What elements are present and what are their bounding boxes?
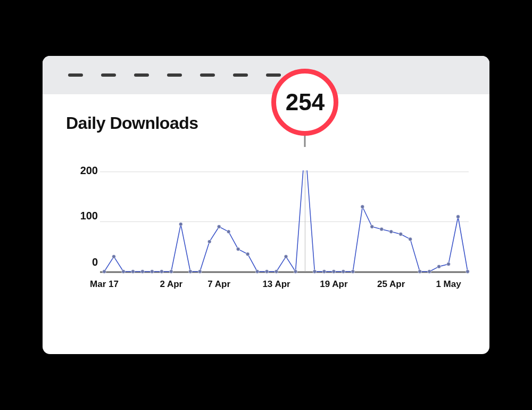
window-titlebar: [43, 56, 489, 94]
svg-point-41: [456, 215, 460, 219]
svg-point-7: [131, 270, 135, 274]
svg-point-42: [466, 270, 470, 274]
svg-point-4: [103, 270, 106, 274]
svg-point-31: [361, 205, 364, 209]
chart-title: Daily Downloads: [66, 113, 466, 133]
svg-point-13: [188, 270, 192, 274]
chart-container: 200 100 0 Mar 17 2 Apr 7 Apr 13 Apr 19 A…: [66, 170, 466, 275]
svg-point-5: [112, 255, 116, 259]
svg-point-14: [198, 270, 202, 274]
x-tick-label: 13 Apr: [262, 279, 290, 290]
svg-point-23: [284, 255, 288, 259]
y-tick-label: 200: [71, 165, 98, 177]
x-tick-label: 19 Apr: [320, 279, 347, 290]
svg-point-20: [255, 270, 259, 274]
app-window: Daily Downloads 200 100 0 Mar 17 2 Apr 7…: [43, 56, 489, 354]
titlebar-menu-item[interactable]: [68, 73, 83, 77]
x-tick-label: 7 Apr: [207, 279, 230, 290]
svg-point-27: [322, 270, 326, 274]
content-area: Daily Downloads 200 100 0 Mar 17 2 Apr 7…: [43, 94, 489, 291]
svg-point-32: [370, 225, 374, 228]
svg-point-17: [227, 230, 230, 234]
svg-point-33: [380, 227, 384, 231]
svg-point-9: [150, 270, 154, 274]
titlebar-menu-item[interactable]: [200, 73, 215, 77]
svg-point-36: [409, 237, 412, 241]
line-chart: [66, 170, 470, 275]
svg-point-16: [217, 225, 221, 228]
callout-value: 254: [286, 89, 325, 116]
svg-point-11: [169, 270, 173, 274]
y-tick-label: 100: [71, 210, 98, 222]
svg-point-21: [265, 270, 269, 274]
svg-point-37: [418, 270, 422, 274]
svg-point-30: [351, 270, 355, 274]
svg-point-15: [207, 240, 211, 243]
svg-point-34: [389, 230, 393, 234]
svg-point-12: [179, 223, 182, 226]
svg-point-24: [294, 270, 297, 274]
svg-point-18: [236, 247, 240, 251]
svg-point-29: [342, 270, 345, 274]
x-tick-label: Mar 17: [90, 279, 119, 290]
titlebar-menu-item[interactable]: [167, 73, 182, 77]
svg-point-35: [399, 232, 403, 236]
highlight-callout: 254: [271, 69, 338, 136]
x-tick-label: 25 Apr: [377, 279, 405, 290]
titlebar-menu-item[interactable]: [233, 73, 248, 77]
svg-point-19: [246, 252, 250, 256]
y-tick-label: 0: [71, 256, 98, 268]
svg-point-28: [332, 270, 336, 274]
svg-point-38: [428, 270, 431, 274]
titlebar-menu-item[interactable]: [134, 73, 149, 77]
titlebar-menu-item[interactable]: [266, 73, 281, 77]
titlebar-menu-item[interactable]: [101, 73, 116, 77]
svg-point-10: [160, 270, 163, 274]
svg-point-40: [447, 263, 451, 266]
x-tick-label: 1 May: [436, 279, 461, 290]
x-tick-label: 2 Apr: [160, 279, 182, 290]
svg-point-8: [140, 270, 144, 274]
svg-point-26: [313, 270, 317, 274]
svg-point-39: [437, 265, 441, 268]
svg-point-6: [122, 270, 126, 274]
svg-point-22: [275, 270, 278, 274]
